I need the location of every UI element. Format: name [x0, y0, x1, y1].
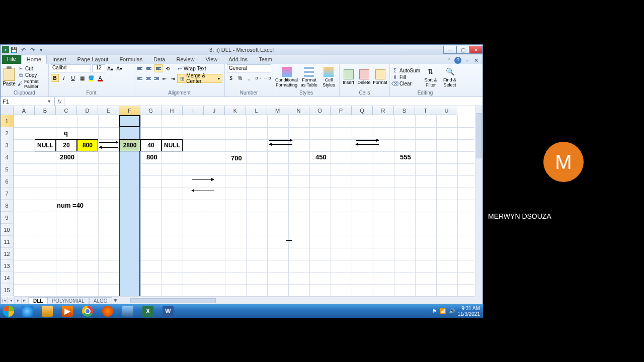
taskbar-chrome-button[interactable] — [77, 305, 98, 317]
cell-styles-button[interactable]: Cell Styles — [320, 65, 337, 89]
tab-insert[interactable]: Insert — [47, 55, 72, 64]
taskbar-explorer-button[interactable] — [37, 305, 57, 317]
tab-data[interactable]: Data — [148, 55, 171, 64]
row-header[interactable]: 2 — [1, 127, 14, 139]
column-header[interactable]: B — [35, 106, 56, 115]
bold-button[interactable]: B — [51, 74, 59, 82]
column-header[interactable]: P — [331, 106, 352, 115]
font-name-select[interactable]: Calibri — [51, 64, 91, 72]
paste-button[interactable]: Paste — [3, 65, 16, 89]
column-header[interactable]: E — [98, 106, 119, 115]
row-header[interactable]: 12 — [1, 248, 14, 260]
sheet-tab-active[interactable]: DLL — [29, 297, 47, 304]
row-header[interactable]: 3 — [1, 139, 14, 151]
tab-view[interactable]: View — [200, 55, 223, 64]
row-header[interactable]: 13 — [1, 260, 14, 272]
redo-icon[interactable]: ↷ — [28, 46, 36, 54]
column-header[interactable]: F — [119, 106, 140, 115]
row-header[interactable]: 15 — [1, 284, 14, 296]
row-header[interactable]: 10 — [1, 224, 14, 236]
row-header[interactable]: 8 — [1, 200, 14, 212]
column-header[interactable]: Q — [352, 106, 373, 115]
tab-formulas[interactable]: Formulas — [114, 55, 148, 64]
column-header[interactable]: J — [204, 106, 225, 115]
underline-button[interactable]: U — [69, 74, 77, 82]
column-header[interactable]: N — [288, 106, 309, 115]
taskbar-firefox-button[interactable] — [98, 305, 118, 317]
align-top-button[interactable] — [136, 64, 144, 72]
autosum-button[interactable]: ΣAutoSum — [392, 68, 420, 74]
row-header[interactable]: 9 — [1, 212, 14, 224]
copy-button[interactable]: ⧉Copy — [18, 72, 46, 78]
system-tray[interactable]: ⚑ 📶 🔊 9:31 AM 11/9/2021 — [432, 306, 484, 317]
row-header[interactable]: 7 — [1, 188, 14, 200]
minimize-button[interactable]: ─ — [443, 46, 456, 54]
horizontal-scrollbar[interactable] — [129, 298, 482, 304]
row-header[interactable]: 5 — [1, 163, 14, 175]
sheet-tab[interactable]: POLYNOMIAL — [47, 297, 89, 304]
percent-button[interactable]: % — [236, 74, 244, 82]
undo-icon[interactable]: ↶ — [19, 46, 27, 54]
taskbar-app-button[interactable] — [118, 305, 138, 317]
column-headers[interactable]: ABCDEFGHIJKLMNOPQRSTU — [14, 106, 457, 115]
cut-button[interactable]: ✂Cut — [18, 66, 46, 72]
merge-center-button[interactable]: ⊞Merge & Center▾ — [177, 74, 222, 83]
sheet-nav-last-button[interactable]: ▸| — [22, 297, 29, 304]
fill-button[interactable]: ⬇Fill — [392, 74, 420, 80]
grow-font-button[interactable]: A▴ — [106, 64, 114, 72]
insert-cells-button[interactable]: Insert — [342, 65, 355, 89]
decrease-decimal-button[interactable]: ←.0 — [263, 74, 271, 82]
tab-team[interactable]: Team — [253, 55, 278, 64]
window-restore-icon[interactable]: ▫ — [463, 57, 470, 64]
qat-dropdown-icon[interactable]: ▾ — [37, 46, 45, 54]
select-all-corner[interactable] — [1, 106, 14, 115]
column-header[interactable]: T — [415, 106, 436, 115]
vertical-scrollbar[interactable] — [475, 106, 482, 297]
new-sheet-button[interactable]: ✱ — [112, 297, 119, 304]
name-box[interactable]: F1▾ — [1, 97, 55, 106]
find-select-button[interactable]: 🔍Find & Select — [441, 65, 458, 89]
taskbar-excel-button[interactable]: X — [138, 305, 158, 317]
column-header[interactable]: S — [394, 106, 415, 115]
border-button[interactable]: ▦ — [78, 74, 86, 82]
font-size-select[interactable]: 12 — [92, 64, 105, 72]
column-header[interactable]: O — [309, 106, 331, 115]
scroll-thumb[interactable] — [130, 298, 216, 303]
tab-addins[interactable]: Add-Ins — [223, 55, 253, 64]
start-button[interactable] — [0, 304, 17, 318]
row-header[interactable]: 4 — [1, 151, 14, 163]
number-format-select[interactable]: General — [227, 64, 271, 72]
conditional-formatting-button[interactable]: Conditional Formatting — [275, 65, 298, 89]
column-header[interactable]: A — [14, 106, 35, 115]
shrink-font-button[interactable]: A▾ — [115, 64, 123, 72]
column-header[interactable]: U — [436, 106, 457, 115]
orientation-button[interactable]: ⟲ — [164, 64, 172, 72]
worksheet-grid[interactable]: ABCDEFGHIJKLMNOPQRSTU 123456789101112131… — [1, 106, 482, 297]
minimize-ribbon-icon[interactable]: ⌃ — [445, 57, 452, 64]
tab-page-layout[interactable]: Page Layout — [72, 55, 114, 64]
taskbar-word-button[interactable]: W — [158, 305, 178, 317]
row-header[interactable]: 14 — [1, 272, 14, 284]
delete-cells-button[interactable]: Delete — [357, 65, 371, 89]
align-right-button[interactable] — [153, 74, 160, 82]
row-header[interactable]: 1 — [1, 115, 14, 127]
sheet-nav-next-button[interactable]: ▸ — [15, 297, 22, 304]
accounting-button[interactable]: $ — [227, 74, 235, 82]
align-center-button[interactable] — [144, 74, 151, 82]
save-icon[interactable]: 💾 — [10, 46, 18, 54]
column-header[interactable]: I — [183, 106, 204, 115]
sheet-nav-first-button[interactable]: |◂ — [1, 297, 8, 304]
column-header[interactable]: C — [56, 106, 77, 115]
window-close-icon[interactable]: ✕ — [472, 57, 479, 64]
tray-network-icon[interactable]: 📶 — [440, 308, 446, 314]
row-header[interactable]: 11 — [1, 236, 14, 248]
clear-button[interactable]: ⌫Clear — [392, 81, 420, 87]
format-cells-button[interactable]: Format — [373, 65, 387, 89]
wrap-text-button[interactable]: ↩Wrap Text — [177, 65, 206, 71]
font-color-button[interactable]: A — [96, 74, 104, 82]
help-icon[interactable]: ? — [454, 57, 461, 64]
decrease-indent-button[interactable]: ⇤ — [161, 74, 168, 82]
close-button[interactable]: ✕ — [469, 46, 482, 54]
name-box-dropdown-icon[interactable]: ▾ — [46, 98, 52, 105]
tray-volume-icon[interactable]: 🔊 — [449, 308, 455, 314]
